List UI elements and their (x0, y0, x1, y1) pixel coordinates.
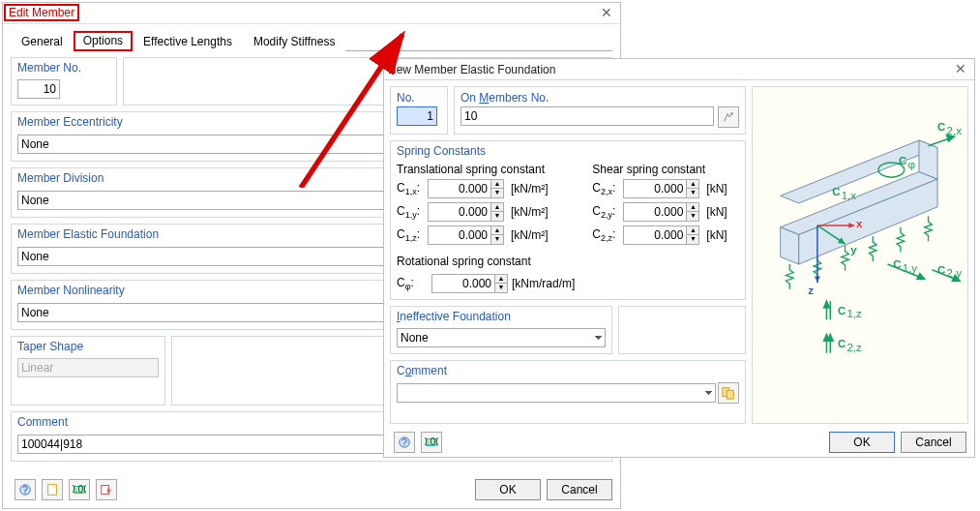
taper-group: Taper Shape Linear (11, 336, 165, 406)
c2x-input[interactable]: ▲▼ (623, 179, 706, 198)
d2-content: No. On Members No. Spring Constants Tran… (384, 80, 974, 430)
tab-options[interactable]: Options (74, 31, 133, 51)
c2y-label: C2,y: (592, 204, 623, 220)
c2y-input[interactable]: ▲▼ (623, 202, 706, 222)
taper-select: Linear (17, 358, 159, 377)
shear-column: Shear spring constant C2,x: ▲▼ [kN] C2,y… (592, 163, 739, 293)
tab-effective-lengths[interactable]: Effective Lengths (133, 31, 243, 51)
tabs: General Options Effective Lengths Modify… (3, 24, 620, 50)
d2-comment-select[interactable] (397, 383, 716, 403)
c2x-unit: [kN] (706, 182, 739, 195)
d2-ok-button[interactable]: OK (829, 432, 895, 453)
d2-onmembers-input[interactable] (460, 106, 714, 126)
cphi-input[interactable]: ▲▼ (431, 274, 508, 293)
svg-text:1,x: 1,x (842, 190, 857, 201)
d2-cancel-button[interactable]: Cancel (901, 432, 966, 453)
svg-text:C: C (838, 305, 846, 316)
d2-close-icon[interactable]: ✕ (955, 61, 966, 76)
tab-modify-stiffness[interactable]: Modify Stiffness (243, 31, 345, 51)
main-button-row: OK Cancel (3, 475, 620, 508)
svg-text:C: C (833, 186, 841, 197)
pick-members-icon[interactable] (718, 106, 739, 128)
c2z-unit: [kN] (706, 228, 739, 242)
svg-text:1,z: 1,z (847, 308, 863, 319)
svg-text:φ: φ (908, 159, 915, 170)
svg-text:0.00: 0.00 (425, 436, 438, 447)
ineffective-group: Ineffective Foundation None (390, 306, 612, 354)
c1y-input[interactable]: ▲▼ (428, 202, 511, 222)
edit-member-titlebar: Edit Member ✕ (3, 3, 620, 24)
member-no-group: Member No. (11, 57, 117, 105)
c1z-unit: [kN/m²] (511, 228, 567, 242)
svg-text:x: x (856, 218, 863, 229)
springs-group: Spring Constants Translational spring co… (390, 140, 746, 300)
member-no-label: Member No. (17, 61, 110, 75)
svg-rect-24 (728, 390, 734, 399)
d2-comment-apply-icon[interactable] (718, 382, 739, 404)
d2-comment-label: Comment (397, 364, 739, 377)
taper-label: Taper Shape (17, 340, 159, 353)
d2-titlebar: New Member Elastic Foundation ✕ (384, 59, 974, 80)
svg-marker-35 (815, 276, 820, 283)
d2-no-group: No. (390, 86, 448, 135)
ineffective-side (618, 306, 746, 354)
springs-title: Spring Constants (397, 144, 739, 158)
c1y-unit: [kN/m²] (511, 205, 567, 219)
c1x-input[interactable]: ▲▼ (428, 179, 511, 198)
c2y-unit: [kN] (706, 205, 739, 219)
svg-text:C: C (838, 338, 846, 349)
c1x-label: C1,x: (397, 181, 428, 196)
ineffective-label: Ineffective Foundation (397, 310, 606, 323)
rotational-header: Rotational spring constant (397, 255, 575, 268)
d2-no-input[interactable] (397, 106, 437, 126)
c1z-input[interactable]: ▲▼ (428, 225, 511, 245)
c2z-input[interactable]: ▲▼ (623, 225, 706, 245)
cphi-label: Cφ: (397, 276, 428, 291)
new-foundation-dialog: New Member Elastic Foundation ✕ No. On M… (383, 58, 975, 458)
svg-text:z: z (809, 285, 815, 296)
ok-button[interactable]: OK (475, 479, 541, 500)
d2-help-icon[interactable]: ? (394, 432, 415, 453)
svg-marker-64 (828, 335, 834, 342)
d2-onmembers-label: On Members No. (460, 91, 739, 105)
cancel-button[interactable]: Cancel (547, 479, 612, 500)
d2-onmembers-group: On Members No. (454, 86, 746, 135)
svg-text:C: C (899, 155, 906, 166)
ineffective-select[interactable]: None (397, 328, 606, 347)
c1y-label: C1,y: (397, 204, 428, 220)
svg-marker-57 (824, 301, 830, 308)
svg-text:?: ? (401, 436, 407, 447)
d2-footer: ? 0.00 OK Cancel (384, 430, 974, 461)
d2-comment-group: Comment (390, 360, 746, 424)
svg-marker-53 (917, 274, 925, 280)
d2-units-icon[interactable]: 0.00 (421, 432, 442, 453)
d2-no-label: No. (397, 91, 441, 105)
c2x-label: C2,x: (592, 181, 623, 196)
translational-column: Translational spring constant C1,x: ▲▼ [… (397, 163, 575, 293)
close-icon[interactable]: ✕ (601, 5, 612, 20)
edit-member-title: Edit Member (4, 4, 79, 21)
c1z-label: C1,z: (397, 227, 428, 243)
c1x-unit: [kN/m²] (511, 182, 567, 195)
cphi-unit: [kNm/rad/m] (512, 277, 575, 290)
svg-text:2,z: 2,z (847, 342, 863, 353)
c2z-label: C2,z: (592, 227, 623, 243)
d2-title: New Member Elastic Foundation (388, 63, 555, 76)
svg-text:2,x: 2,x (947, 125, 963, 136)
shear-header: Shear spring constant (592, 163, 739, 176)
svg-text:C: C (937, 121, 945, 133)
translational-header: Translational spring constant (397, 163, 575, 176)
svg-text:y: y (851, 244, 858, 256)
member-no-input[interactable] (17, 79, 60, 99)
foundation-diagram: C2,x Cφ C1,x x y z C1,y C2,y C1,z (752, 86, 968, 424)
tab-general[interactable]: General (11, 31, 74, 51)
svg-marker-29 (919, 140, 937, 179)
svg-point-22 (731, 112, 734, 115)
